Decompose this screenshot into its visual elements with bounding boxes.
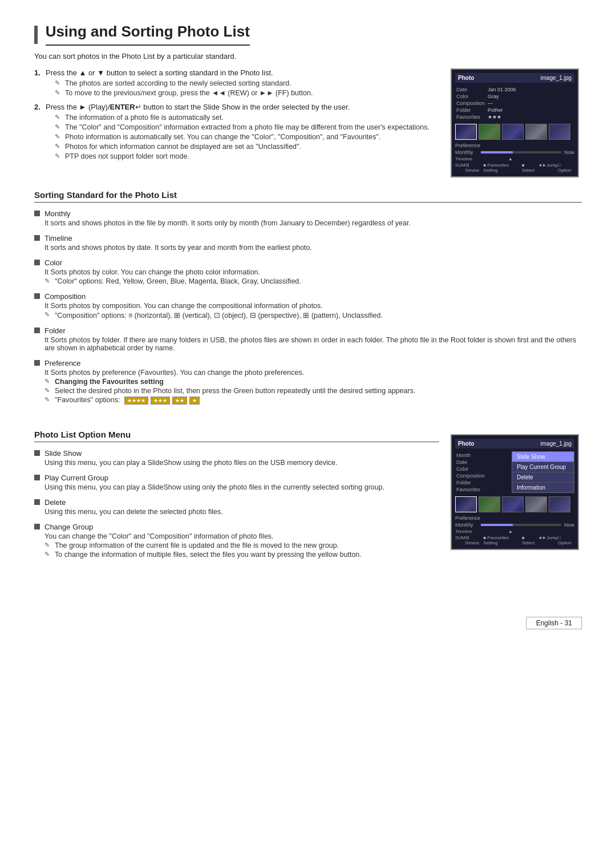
sort-preference-title: Preference	[34, 359, 582, 367]
sort-preference-notes: Changing the Favourites setting Select t…	[34, 378, 582, 405]
footer-box: English - 31	[526, 617, 582, 629]
fav-options: ★★★★ ★★★ ★★ ★	[124, 397, 200, 405]
step-2-note-4: Photos for which information cannot be d…	[55, 143, 439, 151]
fav-1star: ★	[189, 397, 200, 405]
timeline-row: Timeline ▲	[455, 156, 574, 161]
sort-composition: Composition It Sorts photos by compositi…	[34, 292, 582, 320]
sort-color-notes: "Color" options: Red, Yellow, Green, Blu…	[34, 277, 582, 285]
opt-changegroup: Change Group You can change the "Color" …	[34, 523, 439, 559]
sort-preference: Preference It Sorts photos by preference…	[34, 359, 582, 405]
monthly-label-2: Monthly	[455, 522, 478, 528]
thumb-2-4	[525, 496, 547, 512]
opt-changegroup-notes: The group information of the current fil…	[34, 541, 439, 559]
opt-slideshow-desc: Using this menu, you can play a SlideSho…	[34, 459, 439, 467]
sort-composition-desc: It Sorts photos by composition. You can …	[34, 302, 582, 310]
thumb-2-5	[549, 496, 570, 512]
monthly-bar-2: Monthly Now	[455, 522, 574, 528]
timeline-arrow: ▲	[508, 156, 513, 161]
sort-composition-notes: "Composition" options: ≡ (horizontal), ⊞…	[34, 311, 582, 320]
sort-composition-label: Composition	[44, 292, 86, 301]
sorting-heading: Sorting Standard for the Photo List	[34, 190, 582, 203]
thumb-4	[525, 124, 547, 140]
bullet-changegroup	[34, 524, 40, 529]
page-title-wrapper: Using and Sorting Photo List	[34, 23, 582, 44]
sort-folder: Folder It Sorts photos by folder. If the…	[34, 326, 582, 352]
step-2-num: 2.	[34, 103, 40, 111]
jump-label-2: ◄►Jump	[538, 535, 558, 545]
timeline-arrow-2: ▲	[508, 529, 513, 534]
sort-monthly-label: Monthly	[44, 209, 71, 218]
opt-slideshow-title: Slide Show	[34, 449, 439, 458]
sort-preference-label: Preference	[44, 359, 81, 367]
thumb-3	[502, 124, 524, 140]
step-1-note-2: To move to the previous/next group, pres…	[55, 89, 439, 97]
sort-preference-desc: It Sorts photos by preference (Favourite…	[34, 369, 582, 377]
sort-folder-label: Folder	[44, 326, 66, 335]
sum-label: SUM	[455, 163, 465, 173]
favourites-label: ■ Favourites Setting	[484, 163, 522, 173]
menu-slideshow: Slide Show	[512, 452, 574, 462]
opt-changegroup-note-1: The group information of the current fil…	[44, 541, 439, 549]
fav-2star: ★★	[172, 397, 187, 405]
timeline-label: Timeline	[455, 156, 472, 161]
preference-bar: Preference	[455, 143, 574, 148]
menu-delete: Delete	[512, 472, 574, 483]
now-label: Now	[564, 149, 574, 155]
sort-timeline-title: Timeline	[34, 234, 582, 242]
opt-changegroup-title: Change Group	[34, 523, 439, 531]
preference-label: Preference	[455, 143, 480, 148]
option-label: □ Option	[558, 163, 574, 173]
photo-ui-menu-body: MonthJan DateJan 01 2 ColorGray Composit…	[455, 451, 574, 494]
sort-color-title: Color	[34, 258, 582, 267]
fav-3star: ★★★	[151, 397, 170, 405]
bullet-composition	[34, 293, 40, 299]
statusbar-2: SUM ⊟ Device ■ Favourites Setting ■ Sele…	[455, 535, 574, 545]
step-2-note-1: The information of a photo file is autom…	[55, 114, 439, 122]
step-1-text: Press the ▲ or ▼ button to select a sort…	[46, 68, 273, 77]
sort-composition-note-1: "Composition" options: ≡ (horizontal), ⊞…	[44, 311, 582, 320]
sum-label-2: SUM	[455, 535, 465, 545]
sorting-section: Sorting Standard for the Photo List Mont…	[34, 190, 582, 405]
timeline-label-2: Timeline	[455, 529, 472, 534]
sort-folder-desc: It Sorts photos by folder. If there are …	[34, 336, 582, 352]
timeline-row-2: Timeline ▲	[455, 529, 574, 534]
sort-timeline-label: Timeline	[44, 234, 72, 242]
sort-monthly-desc: It sorts and shows photos in the file by…	[34, 219, 582, 227]
option-menu-section: Photo List Option Menu Slide Show Using …	[34, 417, 582, 565]
device-label: ⊟ Device	[465, 163, 484, 173]
photo-ui-panel: Photo image_1.jpg DateJan 01 2006 ColorG…	[451, 68, 579, 177]
bullet-playgroup	[34, 475, 40, 480]
option-label-2: □ Option	[558, 535, 574, 545]
opt-delete: Delete Using this menu, you can delete t…	[34, 498, 439, 516]
step-2-notes: The information of a photo file is autom…	[46, 114, 439, 160]
progress-bar-2	[481, 524, 561, 526]
step-1-num: 1.	[34, 68, 40, 77]
thumb-2-3	[502, 496, 524, 512]
photo-ui-header: Photo image_1.jpg	[455, 73, 574, 83]
intro-text: You can sort photos in the Photo List by…	[34, 52, 582, 60]
opt-slideshow: Slide Show Using this menu, you can play…	[34, 449, 439, 467]
steps-list: 1. Press the ▲ or ▼ button to select a s…	[34, 68, 439, 160]
photo-thumbnails-2	[455, 496, 574, 512]
opt-playgroup-label: Play Current Group	[44, 474, 108, 482]
progress-fill	[481, 151, 513, 153]
monthly-label: Monthly	[455, 149, 478, 155]
sort-color-note-1: "Color" options: Red, Yellow, Green, Blu…	[44, 277, 582, 285]
now-label-2: Now	[564, 522, 574, 528]
step-1: 1. Press the ▲ or ▼ button to select a s…	[34, 68, 439, 97]
step-1-notes: The photos are sorted according to the n…	[46, 79, 439, 97]
sort-timeline-desc: It sorts and shows photos by date. It so…	[34, 244, 582, 252]
progress-fill-2	[481, 524, 513, 526]
photo-filename: image_1.jpg	[541, 75, 572, 81]
fav-4star: ★★★★	[124, 397, 148, 405]
photo-ui-bottom-wrapper: Photo image_1.jpg MonthJan DateJan 01 2 …	[451, 417, 582, 565]
photo-info-table: DateJan 01 2006 ColorGray Composition— F…	[455, 86, 517, 121]
opt-delete-label: Delete	[44, 498, 66, 507]
step-2-note-3: Photo information is automatically set. …	[55, 133, 439, 141]
step-1-note-1: The photos are sorted according to the n…	[55, 79, 439, 87]
step-2-text: Press the ► (Play)/ENTER↵ button to star…	[46, 103, 350, 111]
preference-bar-2: Preference	[455, 515, 574, 521]
opt-playgroup: Play Current Group Using this menu, you …	[34, 474, 439, 491]
sort-preference-note-3: "Favourites" options: ★★★★ ★★★ ★★ ★	[44, 396, 582, 405]
thumb-2-2	[479, 496, 500, 512]
